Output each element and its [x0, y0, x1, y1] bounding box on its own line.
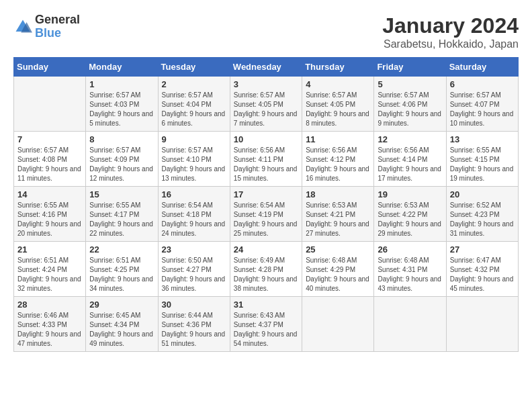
- day-number: 30: [162, 300, 226, 310]
- day-detail: Sunrise: 6:48 AMSunset: 4:29 PMDaylight:…: [306, 256, 370, 293]
- day-number: 13: [450, 134, 515, 144]
- day-detail: Sunrise: 6:57 AMSunset: 4:10 PMDaylight:…: [162, 146, 226, 183]
- calendar-cell: 23Sunrise: 6:50 AMSunset: 4:27 PMDayligh…: [158, 242, 230, 297]
- calendar-cell: 27Sunrise: 6:47 AMSunset: 4:32 PMDayligh…: [446, 242, 518, 297]
- day-number: 18: [306, 189, 370, 199]
- day-number: 10: [234, 134, 298, 144]
- day-detail: Sunrise: 6:56 AMSunset: 4:11 PMDaylight:…: [234, 146, 298, 183]
- day-detail: Sunrise: 6:57 AMSunset: 4:06 PMDaylight:…: [378, 91, 442, 128]
- calendar-cell: 1Sunrise: 6:57 AMSunset: 4:03 PMDaylight…: [86, 77, 158, 132]
- calendar-cell: 13Sunrise: 6:55 AMSunset: 4:15 PMDayligh…: [446, 132, 518, 187]
- calendar-cell: 9Sunrise: 6:57 AMSunset: 4:10 PMDaylight…: [158, 132, 230, 187]
- calendar-cell: 2Sunrise: 6:57 AMSunset: 4:04 PMDaylight…: [158, 77, 230, 132]
- day-detail: Sunrise: 6:52 AMSunset: 4:23 PMDaylight:…: [450, 201, 515, 238]
- page-header: General Blue January 2024 Sarabetsu, Hok…: [13, 13, 519, 50]
- page-title: January 2024: [382, 13, 519, 38]
- calendar-cell: 28Sunrise: 6:46 AMSunset: 4:33 PMDayligh…: [14, 297, 86, 352]
- day-detail: Sunrise: 6:57 AMSunset: 4:08 PMDaylight:…: [17, 146, 82, 183]
- day-detail: Sunrise: 6:57 AMSunset: 4:07 PMDaylight:…: [450, 91, 515, 128]
- day-number: 19: [378, 189, 442, 199]
- day-detail: Sunrise: 6:48 AMSunset: 4:31 PMDaylight:…: [378, 256, 442, 293]
- day-number: 4: [306, 79, 370, 89]
- day-detail: Sunrise: 6:57 AMSunset: 4:05 PMDaylight:…: [306, 91, 370, 128]
- day-detail: Sunrise: 6:54 AMSunset: 4:19 PMDaylight:…: [234, 201, 298, 238]
- calendar-cell: 18Sunrise: 6:53 AMSunset: 4:21 PMDayligh…: [302, 187, 374, 242]
- day-detail: Sunrise: 6:53 AMSunset: 4:21 PMDaylight:…: [306, 201, 370, 238]
- header-saturday: Saturday: [446, 58, 518, 77]
- day-number: 15: [89, 189, 154, 199]
- day-detail: Sunrise: 6:50 AMSunset: 4:27 PMDaylight:…: [162, 256, 226, 293]
- day-detail: Sunrise: 6:55 AMSunset: 4:16 PMDaylight:…: [17, 201, 82, 238]
- header-sunday: Sunday: [14, 58, 86, 77]
- calendar-cell: 6Sunrise: 6:57 AMSunset: 4:07 PMDaylight…: [446, 77, 518, 132]
- day-number: 3: [234, 79, 298, 89]
- day-number: 17: [234, 189, 298, 199]
- day-number: 31: [234, 300, 298, 310]
- calendar-cell: 10Sunrise: 6:56 AMSunset: 4:11 PMDayligh…: [230, 132, 302, 187]
- calendar-cell: 16Sunrise: 6:54 AMSunset: 4:18 PMDayligh…: [158, 187, 230, 242]
- day-number: 5: [378, 79, 442, 89]
- day-number: 14: [17, 189, 82, 199]
- calendar-cell: 5Sunrise: 6:57 AMSunset: 4:06 PMDaylight…: [374, 77, 446, 132]
- calendar-cell: 7Sunrise: 6:57 AMSunset: 4:08 PMDaylight…: [14, 132, 86, 187]
- calendar-cell: [374, 297, 446, 352]
- day-number: 26: [378, 244, 442, 255]
- day-detail: Sunrise: 6:44 AMSunset: 4:36 PMDaylight:…: [162, 311, 226, 349]
- calendar-cell: 3Sunrise: 6:57 AMSunset: 4:05 PMDaylight…: [230, 77, 302, 132]
- calendar-cell: 21Sunrise: 6:51 AMSunset: 4:24 PMDayligh…: [14, 242, 86, 297]
- header-friday: Friday: [374, 58, 446, 77]
- week-row-1: 7Sunrise: 6:57 AMSunset: 4:08 PMDaylight…: [14, 132, 519, 187]
- header-wednesday: Wednesday: [230, 58, 302, 77]
- logo-blue: Blue: [35, 26, 61, 40]
- day-number: 22: [89, 244, 154, 255]
- day-number: 27: [450, 244, 515, 255]
- week-row-0: 1Sunrise: 6:57 AMSunset: 4:03 PMDaylight…: [14, 77, 519, 132]
- day-detail: Sunrise: 6:57 AMSunset: 4:03 PMDaylight:…: [89, 91, 154, 128]
- logo: General Blue: [13, 13, 80, 40]
- day-detail: Sunrise: 6:51 AMSunset: 4:24 PMDaylight:…: [17, 256, 82, 293]
- day-number: 2: [162, 79, 226, 89]
- calendar-cell: 17Sunrise: 6:54 AMSunset: 4:19 PMDayligh…: [230, 187, 302, 242]
- day-number: 7: [17, 134, 82, 144]
- day-number: 16: [162, 189, 226, 199]
- day-detail: Sunrise: 6:51 AMSunset: 4:25 PMDaylight:…: [89, 256, 154, 293]
- day-detail: Sunrise: 6:57 AMSunset: 4:04 PMDaylight:…: [162, 91, 226, 128]
- week-row-3: 21Sunrise: 6:51 AMSunset: 4:24 PMDayligh…: [14, 242, 519, 297]
- day-number: 25: [306, 244, 370, 255]
- week-row-4: 28Sunrise: 6:46 AMSunset: 4:33 PMDayligh…: [14, 297, 519, 352]
- day-detail: Sunrise: 6:54 AMSunset: 4:18 PMDaylight:…: [162, 201, 226, 238]
- calendar-cell: 31Sunrise: 6:43 AMSunset: 4:37 PMDayligh…: [230, 297, 302, 352]
- day-detail: Sunrise: 6:57 AMSunset: 4:09 PMDaylight:…: [89, 146, 154, 183]
- calendar-cell: 30Sunrise: 6:44 AMSunset: 4:36 PMDayligh…: [158, 297, 230, 352]
- day-detail: Sunrise: 6:57 AMSunset: 4:05 PMDaylight:…: [234, 91, 298, 128]
- day-number: 21: [17, 244, 82, 255]
- day-detail: Sunrise: 6:56 AMSunset: 4:14 PMDaylight:…: [378, 146, 442, 183]
- day-number: 1: [89, 79, 154, 89]
- day-number: 29: [89, 300, 154, 310]
- header-thursday: Thursday: [302, 58, 374, 77]
- header-monday: Monday: [86, 58, 158, 77]
- calendar-cell: 11Sunrise: 6:56 AMSunset: 4:12 PMDayligh…: [302, 132, 374, 187]
- logo-text: General Blue: [35, 13, 80, 40]
- day-number: 23: [162, 244, 226, 255]
- day-detail: Sunrise: 6:46 AMSunset: 4:33 PMDaylight:…: [17, 311, 82, 349]
- day-number: 9: [162, 134, 226, 144]
- day-detail: Sunrise: 6:55 AMSunset: 4:17 PMDaylight:…: [89, 201, 154, 238]
- day-number: 28: [17, 300, 82, 310]
- title-block: January 2024 Sarabetsu, Hokkaido, Japan: [382, 13, 519, 50]
- week-row-2: 14Sunrise: 6:55 AMSunset: 4:16 PMDayligh…: [14, 187, 519, 242]
- day-detail: Sunrise: 6:43 AMSunset: 4:37 PMDaylight:…: [234, 311, 298, 349]
- calendar-cell: 29Sunrise: 6:45 AMSunset: 4:34 PMDayligh…: [86, 297, 158, 352]
- day-number: 8: [89, 134, 154, 144]
- calendar-cell: 12Sunrise: 6:56 AMSunset: 4:14 PMDayligh…: [374, 132, 446, 187]
- calendar-cell: [446, 297, 518, 352]
- day-detail: Sunrise: 6:56 AMSunset: 4:12 PMDaylight:…: [306, 146, 370, 183]
- calendar-cell: 19Sunrise: 6:53 AMSunset: 4:22 PMDayligh…: [374, 187, 446, 242]
- logo-icon: [13, 17, 32, 36]
- calendar-cell: 24Sunrise: 6:49 AMSunset: 4:28 PMDayligh…: [230, 242, 302, 297]
- day-detail: Sunrise: 6:45 AMSunset: 4:34 PMDaylight:…: [89, 311, 154, 349]
- day-number: 24: [234, 244, 298, 255]
- header-tuesday: Tuesday: [158, 58, 230, 77]
- calendar-cell: 20Sunrise: 6:52 AMSunset: 4:23 PMDayligh…: [446, 187, 518, 242]
- day-detail: Sunrise: 6:47 AMSunset: 4:32 PMDaylight:…: [450, 256, 515, 293]
